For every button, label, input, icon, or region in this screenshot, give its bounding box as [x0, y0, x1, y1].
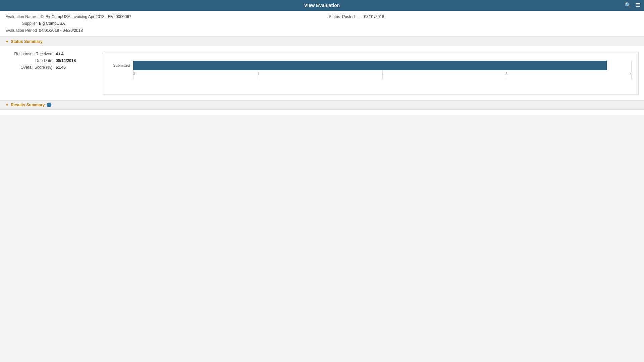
overall-score-row: Overall Score (%) 61.46: [5, 65, 89, 70]
menu-icon[interactable]: ☰: [635, 2, 640, 8]
chart-bar-row: Submitted: [106, 61, 632, 70]
stats-left: Responses Received 4 / 4 Due Date 08/14/…: [5, 52, 89, 95]
results-summary-label: Results Summary: [11, 103, 45, 107]
status-value: Posted: [342, 13, 355, 20]
results-collapse-triangle: ▼: [5, 103, 9, 107]
page-title: View Evaluation: [304, 3, 340, 8]
status-sep: -: [359, 13, 360, 20]
status-summary-header[interactable]: ▼ Status Summary: [0, 37, 644, 46]
collapse-triangle: ▼: [5, 40, 9, 44]
eval-name-value: BigCompUSA Invoicing Apr 2018 - EVL00000…: [46, 13, 131, 20]
due-date-row: Due Date 08/14/2018: [5, 58, 89, 63]
status-summary-body: Responses Received 4 / 4 Due Date 08/14/…: [0, 46, 644, 100]
eval-name-label: Evaluation Name - ID: [5, 13, 44, 20]
due-date-value: 08/14/2018: [56, 58, 76, 63]
supplier-value: Big CompUSA: [39, 20, 65, 27]
meta-left: Evaluation Name - ID BigCompUSA Invoicin…: [5, 13, 315, 34]
period-label: Evaluation Period: [5, 27, 37, 34]
search-icon[interactable]: 🔍: [625, 2, 631, 8]
chart-area: Submitted 0 1 2 3 4: [103, 52, 639, 95]
chart-bar-inner: [133, 61, 607, 70]
supplier-label: Supplier: [22, 20, 37, 27]
due-date-label: Due Date: [5, 58, 52, 63]
overall-score-label: Overall Score (%): [5, 65, 52, 70]
meta-section: Evaluation Name - ID BigCompUSA Invoicin…: [0, 11, 644, 37]
results-body: [0, 110, 644, 115]
results-summary-header[interactable]: ▼ Results Summary i: [0, 100, 644, 110]
header-icons: 🔍 ☰: [625, 2, 640, 8]
period-value: 04/01/2018 - 04/30/2018: [39, 27, 83, 34]
results-info-icon: i: [47, 103, 51, 107]
responses-row: Responses Received 4 / 4: [5, 52, 89, 56]
status-label: Status: [329, 13, 340, 20]
meta-right: Status Posted - 08/01/2018: [329, 13, 639, 34]
chart-bar-outer: [133, 61, 632, 70]
overall-score-value: 61.46: [56, 65, 66, 70]
responses-label: Responses Received: [5, 52, 52, 56]
page-header: View Evaluation 🔍 ☰: [0, 0, 644, 11]
responses-value: 4 / 4: [56, 52, 63, 56]
status-summary-label: Status Summary: [11, 39, 43, 44]
chart-bar-label: Submitted: [106, 63, 130, 67]
status-date: 08/01/2018: [364, 13, 384, 20]
